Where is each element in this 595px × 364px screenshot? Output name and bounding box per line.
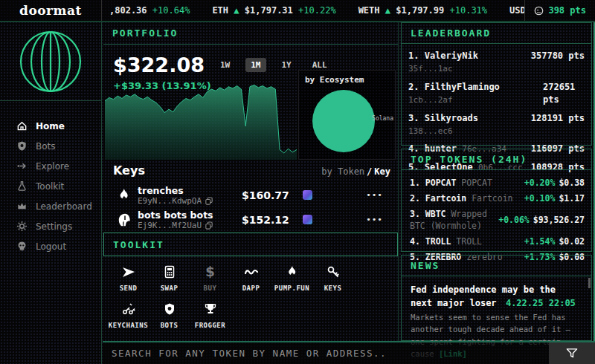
tool-keys[interactable]: KEYS (312, 265, 353, 292)
top-tokens-list: 1. POPCAT POPCAT +0.20%$0.38 2. Fartcoin… (402, 170, 591, 264)
points-coin-icon (534, 6, 544, 16)
search-bar (103, 341, 595, 364)
leaderboard-row[interactable]: 2. FilthyFlamingo 1cb...2af 272651 pts (408, 81, 585, 107)
tool-keychains[interactable]: KEYCHAINS (108, 302, 149, 329)
topbar: doormat ,802.36 +10.64% ETH ▲ $1,797.31 … (0, 0, 595, 22)
ticker-item: USDC 0 $1.00 0 (509, 5, 524, 16)
tool-buy[interactable]: $ BUY (190, 265, 231, 292)
ticker-item: WETH ▲ $1,797.99 +10.31% (358, 5, 487, 16)
globe-logo-box (0, 22, 101, 101)
sidebar-item-label: Bots (36, 141, 56, 152)
filter-button[interactable] (549, 342, 595, 364)
sidebar-item-explore[interactable]: Explore (16, 156, 101, 176)
ticker-item: ,802.36 +10.64% (109, 5, 190, 16)
trophy-icon (204, 302, 217, 316)
solana-token-icon (303, 190, 312, 200)
copy-icon[interactable] (205, 221, 213, 230)
shield-icon (163, 302, 176, 316)
sidebar-item-label: Toolkit (36, 181, 64, 192)
sidebar-item-label: Home (36, 121, 65, 131)
top-tokens-header: TOP TOKENS (24H) (402, 149, 591, 170)
news-scrollbar[interactable] (588, 278, 591, 288)
leaderboard-row[interactable]: 3. Silkyroads 138...ec6 128191 pts (408, 112, 585, 138)
portfolio-panel: PORTFOLIO $322.08 +$39.33 (13.91%) 1W 1M… (103, 22, 399, 233)
sidebar-item-toolkit[interactable]: Toolkit (16, 176, 101, 196)
copy-icon[interactable] (205, 197, 213, 205)
tool-swap[interactable]: SWAP (149, 265, 190, 292)
sidebar-item-label: Settings (36, 221, 72, 232)
key-options-button[interactable]: ••• (366, 215, 383, 224)
ticker-item: ETH ▲ $1,797.31 +10.22% (212, 5, 335, 16)
keychain-icon (121, 302, 136, 316)
toolkit-title: TOOLKIT (113, 239, 164, 250)
key-address: Ej9K...Mf2UaU (138, 221, 202, 230)
leaderboard-row[interactable]: 1. ValeriyNik 35f...1ac 357780 pts (408, 50, 585, 76)
portfolio-header: PORTFOLIO (103, 22, 398, 45)
leaderboard-points: 272651 pts (543, 81, 585, 107)
token-row[interactable]: 3. WBTC Wrapped BTC (Wormhole) +0.06%$93… (410, 208, 585, 232)
tool-dapp[interactable]: DAPP (231, 265, 271, 292)
pump-flame-icon (286, 265, 299, 279)
token-row[interactable]: 4. TROLL TROLL +1.54%$0.02 (410, 235, 585, 247)
points-value: 398 pts (548, 5, 586, 16)
tool-send[interactable]: SEND (108, 265, 149, 292)
tab-1m[interactable]: 1M (245, 58, 266, 72)
helmet-icon (117, 212, 132, 227)
key-options-button[interactable]: ••• (366, 190, 383, 200)
ecosystem-legend: Solana (363, 115, 393, 122)
squiggle-icon (244, 265, 259, 279)
tab-1w[interactable]: 1W (215, 58, 235, 72)
flame-icon (117, 188, 132, 203)
sidebar-item-home[interactable]: Home (16, 116, 101, 136)
news-header: NEWS (402, 256, 591, 276)
flask-icon (16, 181, 28, 192)
leaderboard-title: LEADERBOARD (411, 27, 491, 39)
sidebar-item-settings[interactable]: Settings (16, 216, 101, 236)
sidebar-item-label: Leaderboard (36, 201, 92, 212)
keys-header: Keys by Token/Key (113, 163, 390, 178)
logo-box[interactable]: doormat (0, 0, 102, 21)
key-address: E9yN...KdwpQA (138, 196, 202, 206)
app-logo: doormat (19, 3, 82, 18)
explore-arrow-icon (16, 160, 28, 172)
key-name: bots bots bots (138, 209, 242, 221)
token-row[interactable]: 1. POPCAT POPCAT +0.20%$0.38 (410, 177, 585, 189)
news-timestamp: 4.22.25 22:05 (506, 298, 576, 308)
price-ticker: ,802.36 +10.64% ETH ▲ $1,797.31 +10.22% … (102, 0, 524, 21)
solana-token-icon (303, 215, 312, 224)
solana-legend-label: Solana (372, 115, 393, 122)
sidebar-item-logout[interactable]: Logout (16, 236, 101, 256)
gear-icon (16, 221, 28, 232)
portfolio-area-chart (105, 76, 297, 160)
sidebar-item-leaderboard[interactable]: Leaderboard (16, 196, 101, 216)
search-input[interactable] (103, 348, 549, 359)
bot-shield-icon (16, 140, 28, 152)
token-key-toggle[interactable]: by Token/Key (321, 166, 390, 177)
sidebar-item-label: Explore (36, 161, 69, 172)
send-icon (122, 265, 135, 279)
sidebar-item-bots[interactable]: Bots (16, 136, 101, 156)
leaderboard-header: LEADERBOARD (402, 23, 591, 44)
up-arrow-icon: ▲ (385, 5, 390, 16)
points-badge[interactable]: 398 pts (524, 0, 595, 21)
tool-pumpfun[interactable]: PUMP.FUN (271, 265, 312, 292)
filter-funnel-icon (566, 348, 578, 359)
key-row[interactable]: trenches E9yN...KdwpQA $160.77 ••• (111, 183, 392, 207)
tool-frogger[interactable]: FROGGER (190, 302, 231, 329)
home-icon (16, 120, 28, 131)
key-icon (327, 265, 340, 279)
tool-bots[interactable]: BOTS (149, 302, 190, 329)
crown-icon (16, 201, 28, 212)
key-name: trenches (138, 185, 242, 196)
solana-legend-dot (363, 116, 369, 122)
leaderboard-points: 128191 pts (531, 112, 585, 138)
keys-title: Keys (113, 163, 145, 178)
top-tokens-title: TOP TOKENS (24H) (411, 154, 527, 165)
tab-1y[interactable]: 1Y (277, 58, 297, 72)
toolkit-grid: SEND SWAP $ BUY DAPP (103, 256, 398, 339)
leaderboard-panel: LEADERBOARD 1. ValeriyNik 35f...1ac 3577… (401, 22, 592, 146)
calculator-icon (163, 265, 176, 279)
token-row[interactable]: 2. Fartcoin Fartcoin +0.10%$1.17 (410, 192, 585, 204)
keys-list: trenches E9yN...KdwpQA $160.77 ••• (111, 183, 392, 232)
key-row[interactable]: bots bots bots Ej9K...Mf2UaU $152.12 ••• (111, 207, 392, 232)
